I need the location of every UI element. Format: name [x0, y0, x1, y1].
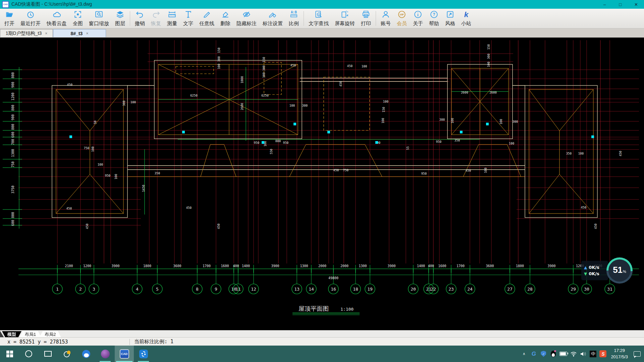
- qq-browser-icon: [82, 350, 90, 358]
- close-button[interactable]: ✕: [628, 0, 644, 9]
- svg-text:550: 550: [270, 149, 273, 154]
- layout-tab-2[interactable]: 布局1: [19, 331, 41, 338]
- svg-text:600: 600: [11, 220, 15, 226]
- svg-text:1400: 1400: [242, 264, 250, 268]
- svg-text:100: 100: [217, 64, 221, 69]
- sogou-icon[interactable]: S: [599, 349, 606, 359]
- toolbar-label: 测量: [167, 20, 177, 27]
- svg-text:450: 450: [217, 224, 220, 229]
- system-percent-badge[interactable]: 51 %: [606, 257, 633, 284]
- svg-text:29: 29: [571, 287, 576, 292]
- svg-text:1450: 1450: [142, 185, 145, 192]
- shield-tray-icon[interactable]: ✓: [540, 349, 547, 359]
- user-avatar-app[interactable]: [96, 346, 115, 362]
- svg-text:100: 100: [91, 146, 95, 152]
- toolbar-label: 打印: [361, 20, 371, 27]
- toolbar-label: 屏幕旋转: [335, 20, 355, 27]
- cad-app-icon: CAD: [120, 349, 129, 359]
- qq-browser-app[interactable]: [76, 346, 96, 362]
- taskbar-clock[interactable]: 17:292017/5/3: [611, 348, 628, 360]
- toolbar-label: 全图: [73, 20, 83, 27]
- document-tab-2[interactable]: 8#_t3×: [53, 29, 106, 37]
- toolbar-button-fit-view[interactable]: 全图: [70, 9, 86, 28]
- toolbar-button-eraser[interactable]: 删除: [217, 9, 233, 28]
- svg-text:150: 150: [262, 57, 266, 62]
- toolbar-button-hide-annotation[interactable]: 隐藏标注: [233, 9, 260, 28]
- toolbar-button-cloud[interactable]: 快看云盘: [44, 9, 70, 28]
- svg-text:350: 350: [566, 152, 572, 155]
- svg-text:A:B: A:B: [291, 10, 297, 14]
- toolbar-button-layers[interactable]: 图层: [112, 9, 128, 28]
- cortana-button[interactable]: [19, 346, 38, 362]
- volume-icon[interactable]: [580, 349, 587, 359]
- toolbar-button-style[interactable]: 风格: [442, 9, 458, 28]
- toolbar-button-about[interactable]: 关于: [410, 9, 426, 28]
- toolbar-button-annotation-settings[interactable]: 标注设置: [260, 9, 286, 28]
- blue-app[interactable]: [134, 346, 153, 362]
- svg-text:1300: 1300: [11, 149, 15, 157]
- toolbar-button-k-site[interactable]: k小站: [458, 9, 474, 28]
- toolbar-button-redo[interactable]: 恢复: [148, 9, 164, 28]
- toolbar-label: 图层: [115, 20, 125, 27]
- tab-close-icon[interactable]: ×: [45, 31, 47, 36]
- toolbar-button-open-folder[interactable]: 打开: [1, 9, 17, 28]
- upload-arrow-icon: ▲: [584, 265, 587, 270]
- toolbar-separator: [304, 11, 304, 26]
- percent-sign: %: [623, 269, 626, 274]
- svg-text:450: 450: [347, 64, 353, 68]
- document-tab-1[interactable]: 1期D户型结构_t3×: [0, 29, 53, 37]
- tab-label: 8#_t3: [71, 31, 83, 36]
- action-center-icon[interactable]: [634, 351, 641, 357]
- svg-text:100: 100: [381, 118, 385, 123]
- cad-viewer-app[interactable]: CAD: [115, 346, 134, 362]
- g-tray-icon[interactable]: G: [530, 349, 537, 359]
- cloud-icon: [52, 10, 61, 20]
- toolbar-button-account[interactable]: 账号: [378, 9, 394, 28]
- blue-app-icon: [139, 350, 148, 358]
- toolbar-button-print[interactable]: 打印: [358, 9, 374, 28]
- task-view-button[interactable]: [38, 346, 57, 362]
- toolbar-button-vip[interactable]: VIP会员: [394, 9, 410, 28]
- svg-text:30: 30: [584, 287, 589, 292]
- svg-text:100: 100: [98, 163, 103, 166]
- about-icon: [414, 10, 422, 20]
- toolbar-separator: [376, 11, 376, 26]
- minimize-button[interactable]: –: [597, 0, 612, 9]
- tab-close-icon[interactable]: ×: [86, 31, 88, 36]
- hidden-icons-expand[interactable]: ∧: [521, 349, 527, 359]
- start-button[interactable]: [0, 346, 19, 362]
- drawing-canvas[interactable]: 8009001200800900800600700130075037508006…: [0, 38, 644, 330]
- toolbar-label: 风格: [445, 20, 455, 27]
- network-speed-widget[interactable]: ▲0K/s ▼0K/s: [581, 261, 608, 280]
- toolbar-button-freeline[interactable]: 任意线: [196, 9, 217, 28]
- svg-text:450: 450: [339, 81, 342, 86]
- download-arrow-icon: ▼: [584, 272, 587, 276]
- wifi-icon[interactable]: [570, 349, 577, 359]
- svg-text:100: 100: [451, 118, 454, 123]
- cleaner-icon: [64, 351, 70, 357]
- toolbar-button-undo[interactable]: 撤销: [132, 9, 148, 28]
- svg-text:450: 450: [594, 224, 597, 229]
- toolbar-button-window-zoom[interactable]: 窗口缩放: [86, 9, 112, 28]
- cleaner-app[interactable]: [57, 346, 76, 362]
- maximize-button[interactable]: □: [612, 0, 628, 9]
- toolbar-button-help[interactable]: ?帮助: [426, 9, 442, 28]
- toolbar-button-screen-rotate[interactable]: 屏幕旋转: [332, 9, 358, 28]
- toolbar-button-text[interactable]: 文字: [180, 9, 196, 28]
- toolbar-button-text-find[interactable]: A文字查找: [306, 9, 332, 28]
- battery-icon[interactable]: [559, 349, 567, 359]
- language-indicator[interactable]: 中: [590, 349, 596, 359]
- toolbar-button-recent-clock[interactable]: 最近打开: [17, 9, 44, 28]
- qq-penguin-icon[interactable]: [550, 349, 556, 359]
- svg-text:11: 11: [235, 287, 241, 292]
- svg-text:24: 24: [467, 287, 473, 292]
- open-folder-icon: [5, 10, 14, 20]
- svg-text:1200: 1200: [11, 93, 15, 101]
- toolbar-button-measure[interactable]: 测量: [164, 9, 180, 28]
- toolbar-label: 最近打开: [20, 20, 41, 27]
- toolbar-button-scale[interactable]: A:B比例: [286, 9, 302, 28]
- svg-text:2100: 2100: [65, 264, 73, 268]
- svg-text:150: 150: [217, 48, 221, 53]
- layout-tab-3[interactable]: 布局2: [39, 331, 61, 338]
- layout-tab-1[interactable]: 模型: [2, 331, 21, 338]
